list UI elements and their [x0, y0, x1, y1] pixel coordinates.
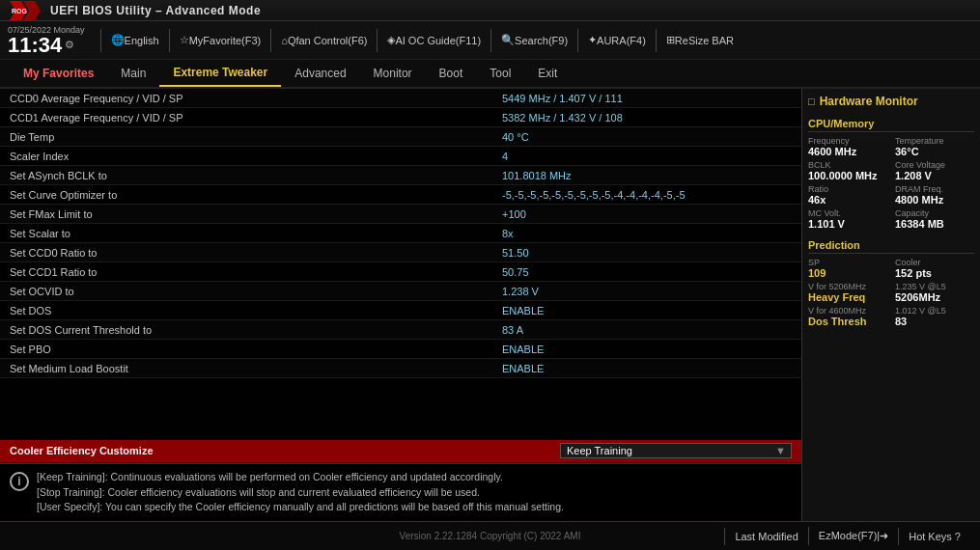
row-label: Set Scalar to	[10, 228, 502, 239]
cpu-memory-section: CPU/Memory	[808, 118, 974, 132]
hw-pred-cell: SP109	[808, 258, 887, 279]
hw-stat-label: Temperature	[895, 136, 974, 146]
nav-exit[interactable]: Exit	[524, 60, 571, 87]
main-layout: CCD0 Average Frequency / VID / SP5449 MH…	[0, 89, 980, 521]
row-label: Set PBO	[10, 344, 502, 355]
last-modified-button[interactable]: Last Modified	[724, 528, 807, 545]
info-line: [Stop Training]: Cooler efficiency evalu…	[37, 485, 564, 501]
hw-stat-label: MC Volt.	[808, 208, 887, 218]
hw-pred-cell: 1.012 V @L583	[895, 306, 974, 327]
aura-button[interactable]: ✦ AURA(F4)	[588, 34, 646, 46]
hw-stat-label: Frequency	[808, 136, 887, 146]
row-value: 4	[502, 151, 792, 162]
content-panel: CCD0 Average Frequency / VID / SP5449 MH…	[0, 89, 801, 521]
row-value: ENABLE	[502, 305, 792, 316]
row-value: ENABLE	[502, 344, 792, 355]
nav-main[interactable]: Main	[107, 60, 159, 87]
hw-stat-label: Core Voltage	[895, 160, 974, 170]
row-value: 101.8018 MHz	[502, 170, 792, 181]
hw-stat-label: Ratio	[808, 184, 887, 194]
hw-pred-label: Cooler	[895, 258, 974, 267]
settings-icon[interactable]: ⚙	[65, 39, 74, 51]
hw-stat-value: 16384 MB	[895, 218, 974, 230]
info-line: [User Specify]: You can specify the Cool…	[37, 500, 564, 515]
language-selector[interactable]: 🌐 English	[111, 34, 159, 46]
hw-stat-cell: DRAM Freq.4800 MHz	[895, 184, 974, 206]
row-label: Set Medium Load Boostit	[10, 363, 502, 374]
hw-pred-label: V for 4600MHz	[808, 306, 887, 316]
search-icon: 🔍	[501, 34, 515, 46]
hw-pred-value: 5206MHz	[895, 291, 974, 303]
table-row: Set CCD1 Ratio to50.75	[0, 262, 801, 282]
ezmode-button[interactable]: EzMode(F7)|➜	[808, 527, 898, 545]
row-label: Set FMax Limit to	[10, 208, 502, 220]
prediction-grid: SP109Cooler152 ptsV for 5206MHzHeavy Fre…	[808, 258, 974, 327]
row-label: Die Temp	[10, 131, 502, 143]
row-value: 1.238 V	[502, 286, 792, 297]
hw-stat-cell: BCLK100.0000 MHz	[808, 160, 887, 181]
row-value: +100	[502, 208, 792, 220]
hw-stat-value: 36°C	[895, 146, 974, 157]
star-icon: ☆	[180, 34, 189, 46]
row-label: Set DOS Current Threshold to	[10, 324, 502, 336]
cooler-efficiency-dropdown[interactable]: Keep Training ▼	[560, 443, 792, 458]
myfavorite-button[interactable]: ☆ MyFavorite(F3)	[180, 34, 262, 46]
hw-stat-cell: Core Voltage1.208 V	[895, 160, 974, 181]
hot-keys-button[interactable]: Hot Keys ?	[898, 528, 970, 545]
resize-button[interactable]: ⊞ ReSize BAR	[666, 34, 734, 46]
search-button[interactable]: 🔍 Search(F9)	[501, 34, 568, 46]
title-bar: ROG UEFI BIOS Utility – Advanced Mode	[0, 0, 980, 21]
datetime: 07/25/2022 Monday 11:34 ⚙	[8, 25, 85, 56]
aura-icon: ✦	[588, 34, 597, 46]
hw-pred-label: V for 5206MHz	[808, 282, 887, 291]
prediction-section: Prediction	[808, 239, 974, 254]
table-row: Set OCVID to1.238 V	[0, 282, 801, 301]
nav-boot[interactable]: Boot	[426, 60, 477, 87]
row-value: ENABLE	[502, 363, 792, 374]
qfan-button[interactable]: ⌂ Qfan Control(F6)	[281, 35, 367, 46]
hw-stat-cell: Ratio46x	[808, 184, 887, 206]
row-label: CCD1 Average Frequency / VID / SP	[10, 112, 502, 124]
cooler-efficiency-row[interactable]: Cooler Efficiency Customize Keep Trainin…	[0, 440, 801, 463]
nav-extreme-tweaker[interactable]: Extreme Tweaker	[159, 60, 281, 87]
hw-monitor-title: □ Hardware Monitor	[808, 95, 974, 108]
nav-advanced[interactable]: Advanced	[281, 60, 359, 87]
nav-bar: My Favorites Main Extreme Tweaker Advanc…	[0, 60, 980, 89]
hw-pred-value: 109	[808, 267, 887, 279]
time-display: 11:34	[8, 35, 62, 56]
table-row: Set Curve Optimizer to-5,-5,-5,-5,-5,-5,…	[0, 185, 801, 205]
monitor-icon: □	[808, 96, 815, 107]
version-text: Version 2.22.1284 Copyright (C) 2022 AMI	[400, 531, 581, 541]
table-row: Set FMax Limit to+100	[0, 205, 801, 224]
aioc-button[interactable]: ◈ AI OC Guide(F11)	[387, 34, 481, 46]
hw-pred-label: 1.012 V @L5	[895, 306, 974, 316]
row-label: CCD0 Average Frequency / VID / SP	[10, 93, 502, 104]
hw-pred-value: Dos Thresh	[808, 316, 887, 327]
row-value: 50.75	[502, 266, 792, 278]
row-value: 5449 MHz / 1.407 V / 111	[502, 93, 792, 104]
hw-stat-label: DRAM Freq.	[895, 184, 974, 194]
info-box: i [Keep Training]: Continuous evaluation…	[0, 463, 801, 521]
row-value: 40 °C	[502, 131, 792, 143]
hw-pred-cell: Cooler152 pts	[895, 258, 974, 279]
row-label: Set CCD0 Ratio to	[10, 247, 502, 259]
table-row: CCD0 Average Frequency / VID / SP5449 MH…	[0, 89, 801, 108]
row-label: Set Curve Optimizer to	[10, 189, 502, 201]
row-value: 5382 MHz / 1.432 V / 108	[502, 112, 792, 124]
ai-icon: ◈	[387, 34, 395, 46]
table-row: CCD1 Average Frequency / VID / SP5382 MH…	[0, 108, 801, 127]
hw-pred-cell: V for 5206MHzHeavy Freq	[808, 282, 887, 303]
row-label: Set ASynch BCLK to	[10, 170, 502, 181]
hw-stat-value: 4600 MHz	[808, 146, 887, 157]
hw-stat-value: 1.101 V	[808, 218, 887, 230]
nav-tool[interactable]: Tool	[476, 60, 524, 87]
fan-icon: ⌂	[281, 35, 288, 46]
hw-stat-value: 100.0000 MHz	[808, 170, 887, 181]
nav-monitor[interactable]: Monitor	[360, 60, 426, 87]
row-label: Set CCD1 Ratio to	[10, 266, 502, 278]
nav-my-favorites[interactable]: My Favorites	[10, 60, 107, 87]
hw-stat-cell: Capacity16384 MB	[895, 208, 974, 230]
table-row: Set DOS Current Threshold to83 A	[0, 320, 801, 340]
table-row: Set CCD0 Ratio to51.50	[0, 243, 801, 262]
title-bar-text: UEFI BIOS Utility – Advanced Mode	[50, 4, 261, 17]
